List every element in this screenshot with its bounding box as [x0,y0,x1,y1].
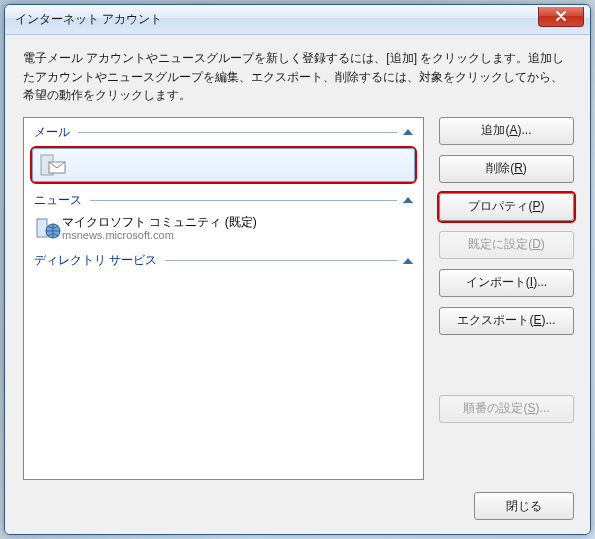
properties-button[interactable]: プロパティ(P) [439,193,574,221]
mail-icon [39,153,67,177]
svg-rect-2 [37,219,47,237]
dialog-body: 電子メール アカウントやニュースグループを新しく登録するには、[追加] をクリッ… [5,35,590,534]
set-default-button: 既定に設定(D) [439,231,574,259]
close-icon [555,11,567,21]
news-entry-sub: msnews.microsoft.com [62,229,257,242]
mail-account-entry[interactable] [32,148,415,182]
section-header-mail[interactable]: メール [28,122,419,143]
highlight-frame-mail-entry [30,146,417,184]
dialog-window: インターネット アカウント 電子メール アカウントやニュースグループを新しく登録… [4,4,591,535]
section-label: メール [34,124,70,141]
remove-button[interactable]: 削除(R) [439,155,574,183]
chevron-up-icon [403,129,413,135]
chevron-up-icon [403,197,413,203]
section-label: ディレクトリ サービス [34,252,157,269]
news-entry-label: マイクロソフト コミュニティ (既定) [62,215,257,229]
export-button[interactable]: エクスポート(E)... [439,307,574,335]
button-column: 追加(A)... 削除(R) プロパティ(P) 既定に設定(D) インポート(I… [439,117,574,480]
bottom-bar: 閉じる [23,480,574,520]
chevron-up-icon [403,258,413,264]
window-title: インターネット アカウント [15,11,162,28]
content-row: メール [23,117,574,480]
section-label: ニュース [34,192,82,209]
titlebar: インターネット アカウント [5,5,590,35]
order-button: 順番の設定(S)... [439,395,574,423]
news-server-icon [34,217,62,241]
news-account-entry[interactable]: マイクロソフト コミュニティ (既定) msnews.microsoft.com [28,211,419,247]
window-close-button[interactable] [538,7,584,27]
import-button[interactable]: インポート(I)... [439,269,574,297]
add-button[interactable]: 追加(A)... [439,117,574,145]
close-button[interactable]: 閉じる [474,492,574,520]
section-header-news[interactable]: ニュース [28,190,419,211]
section-header-directory[interactable]: ディレクトリ サービス [28,250,419,271]
accounts-list[interactable]: メール [23,117,424,480]
instructions-text: 電子メール アカウントやニュースグループを新しく登録するには、[追加] をクリッ… [23,49,574,105]
